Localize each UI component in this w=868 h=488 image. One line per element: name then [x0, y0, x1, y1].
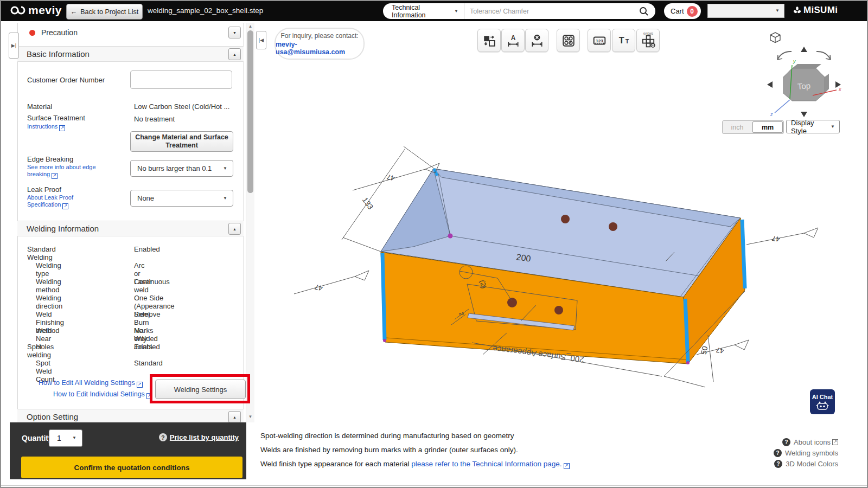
quotation-footer: Quantity 1 ▼ ? Price list by quantity Co…: [10, 422, 246, 479]
meviy-infinity-icon: [10, 5, 26, 15]
confirm-quotation-button[interactable]: Confirm the quotation conditions: [21, 457, 242, 478]
price-list-link[interactable]: ? Price list by quantity: [159, 433, 239, 441]
about-icons-link[interactable]: ? About icons↗: [782, 438, 838, 446]
help-icon: ?: [782, 438, 790, 446]
customer-order-input[interactable]: [130, 70, 232, 89]
weld-spec-label: 47: [716, 346, 725, 355]
scroll-down-icon[interactable]: ▼: [246, 414, 254, 419]
precaution-label: Precaution: [41, 28, 78, 37]
sidebar-collapse-handle[interactable]: ▶|: [9, 33, 19, 59]
chevron-down-icon: ▼: [223, 196, 227, 201]
material-value: Low Carbon Steel (Cold/Hot ...: [134, 102, 229, 111]
welding-row-value: Enabled: [134, 245, 160, 253]
instructions-link[interactable]: Instructions↗: [27, 123, 65, 131]
robot-icon: [816, 401, 829, 410]
3d-viewport[interactable]: 200 133 50 47 47 47 47 (2) 2 200_Surface…: [254, 21, 868, 479]
leak-proof-label: Leak Proof: [27, 185, 61, 194]
weld-spec-label: 47: [314, 282, 323, 292]
option-setting-collapse-toggle[interactable]: ▲: [228, 411, 241, 423]
top-bar: meviy ← Back to Project List welding_sam…: [1, 1, 867, 21]
welding-row-label: Welding direction: [36, 294, 62, 310]
external-link-icon: ↗: [832, 439, 838, 445]
help-icon: ?: [774, 449, 782, 457]
chevron-down-icon: ▼: [454, 9, 458, 14]
external-link-icon: ↗: [564, 463, 570, 469]
clipped-bottom-row: [1, 485, 868, 488]
meviy-app: meviy ← Back to Project List welding_sam…: [0, 0, 868, 488]
scrollbar-thumb[interactable]: [247, 30, 253, 193]
material-label: Material: [27, 102, 52, 111]
basic-information-header: Basic Information: [17, 46, 244, 62]
external-link-icon: ↗: [59, 125, 65, 131]
brand-text: meviy: [28, 4, 62, 17]
weld-note-3: Weld finish type appearance for each mat…: [260, 460, 570, 469]
meviy-logo[interactable]: meviy: [10, 4, 62, 17]
spot-count-label: (2): [478, 279, 488, 289]
3d-model-colors-link[interactable]: ? 3D Model Colors: [774, 460, 838, 468]
scroll-up-icon[interactable]: ▲: [246, 24, 254, 29]
cart-count-badge: 0: [687, 6, 698, 17]
edge-breaking-label: Edge Breaking: [27, 155, 73, 163]
surface-treatment-label: Surface Treatment: [27, 114, 85, 122]
quantity-label: Quantity: [22, 434, 53, 442]
weld-spec-label: 47: [771, 234, 781, 243]
search-category-select[interactable]: Technical Information ▼: [383, 3, 464, 19]
external-link-icon: ↗: [52, 173, 58, 179]
precaution-alert-dot: [29, 30, 35, 36]
search-input[interactable]: [464, 3, 639, 19]
back-to-project-list-button[interactable]: ← Back to Project List: [66, 4, 143, 20]
cart-button[interactable]: Cart 0: [664, 3, 701, 19]
misumi-flower-icon: [793, 7, 801, 15]
welding-row-label: Welding method: [36, 278, 61, 294]
surface-treatment-value: No treatment: [134, 115, 175, 123]
leak-proof-info-link[interactable]: About Leak Proof Specification↗: [27, 194, 108, 209]
external-link-icon: ↗: [62, 203, 68, 209]
ai-chat-button[interactable]: AI Chat: [810, 389, 835, 414]
quantity-select[interactable]: 1 ▼: [49, 429, 82, 447]
edit-individual-settings-link[interactable]: How to Edit Individual Settings↗: [53, 390, 152, 399]
chevron-down-icon: ▼: [223, 166, 227, 171]
welding-row-label: Welding type: [36, 261, 61, 278]
help-icon: ?: [774, 460, 782, 468]
welding-row-value: Standard: [134, 359, 163, 367]
welding-row-label: Spot welding: [27, 343, 51, 359]
search-bar: Technical Information ▼: [383, 3, 655, 19]
edge-breaking-info-link[interactable]: See more info about edge breaking↗: [27, 164, 117, 179]
edge-breaking-select[interactable]: No burrs larger than 0.1 ▼: [130, 160, 233, 177]
precaution-row: Precaution ▼: [17, 26, 244, 42]
edit-all-welding-settings-link[interactable]: How to Edit All Welding Settings↗: [39, 379, 143, 388]
chevron-down-icon: ▼: [72, 436, 76, 440]
dim-depth-label: 133: [361, 196, 375, 211]
change-material-button[interactable]: Change Material and Surface Treatment: [130, 131, 233, 152]
sidebar-scrollbar[interactable]: ▲ ▼: [246, 23, 254, 422]
search-icon[interactable]: [639, 7, 649, 16]
open-file-name: welding_sample_02_box_shell.step: [148, 7, 263, 15]
chevron-down-icon: ▼: [775, 9, 780, 13]
technical-information-link[interactable]: please refer to the Technical Informatio…: [411, 460, 569, 468]
weld-note-2: Welds are finished by removing burn mark…: [260, 446, 518, 454]
back-arrow-icon: ←: [71, 8, 78, 16]
help-icon: ?: [159, 433, 167, 441]
basic-information-collapse-toggle[interactable]: ▲: [228, 48, 241, 60]
welding-information-collapse-toggle[interactable]: ▲: [228, 223, 241, 235]
customer-order-label: Customer Order Number: [27, 76, 105, 84]
misumi-logo: MiSUMi: [793, 5, 838, 16]
dim-height-label: 50: [699, 345, 709, 355]
precaution-expand-toggle[interactable]: ▼: [228, 27, 241, 38]
weld-note-1: Spot-welding direction is determined dur…: [260, 432, 514, 440]
external-link-icon: ↗: [137, 382, 143, 388]
leak-proof-select[interactable]: None ▼: [130, 190, 233, 207]
welding-settings-button[interactable]: Welding Settings: [155, 380, 246, 399]
welding-information-header: Welding Information: [17, 221, 244, 236]
box-shell-model[interactable]: [381, 169, 745, 364]
welding-row-value: Enabled: [134, 343, 160, 351]
welding-row-value: Continuous weld: [134, 278, 170, 294]
account-select[interactable]: ▼: [707, 4, 784, 18]
welding-symbols-link[interactable]: ? Welding symbols: [774, 449, 838, 457]
welding-row-label: Standard Welding: [27, 245, 56, 261]
